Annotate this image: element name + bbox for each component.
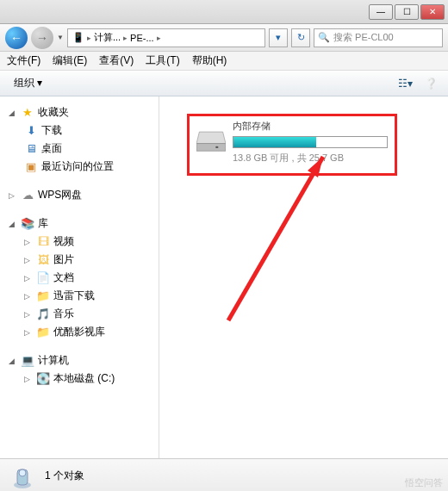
sidebar-label: 计算机 bbox=[38, 353, 69, 368]
svg-rect-1 bbox=[196, 144, 226, 152]
sidebar-recent[interactable]: ▣ 最近访问的位置 bbox=[3, 158, 155, 176]
picture-icon: 🖼 bbox=[36, 253, 50, 267]
menubar: 文件(F) 编辑(E) 查看(V) 工具(T) 帮助(H) bbox=[0, 52, 448, 71]
breadcrumb-segment[interactable]: 计算... bbox=[91, 31, 123, 44]
menu-help[interactable]: 帮助(H) bbox=[192, 53, 227, 68]
sidebar-desktop[interactable]: 🖥 桌面 bbox=[3, 140, 155, 158]
video-icon: 🎞 bbox=[36, 235, 50, 249]
sidebar-label: 本地磁盘 (C:) bbox=[53, 371, 115, 386]
sidebar-label: 音乐 bbox=[53, 307, 74, 321]
sidebar-youku[interactable]: ▷ 📁 优酷影视库 bbox=[3, 323, 155, 341]
device-icon: 📱 bbox=[70, 32, 87, 43]
expand-icon[interactable]: ▷ bbox=[24, 310, 33, 319]
svg-point-7 bbox=[19, 469, 26, 476]
sidebar-label: WPS网盘 bbox=[38, 188, 82, 202]
sidebar-label: 图片 bbox=[53, 252, 74, 267]
content-area: ◢ ★ 收藏夹 ⬇ 下载 🖥 桌面 ▣ 最近访问的位置 ▷ ☁ WPS网盘 bbox=[0, 96, 448, 458]
cloud-icon: ☁ bbox=[21, 189, 34, 202]
computer-icon: 💻 bbox=[21, 354, 34, 368]
sidebar-music[interactable]: ▷ 🎵 音乐 bbox=[3, 305, 155, 323]
help-button[interactable]: ❔ bbox=[420, 75, 441, 92]
nav-forward-button[interactable]: → bbox=[31, 27, 53, 49]
search-icon: 🔍 bbox=[318, 32, 330, 43]
sidebar-label: 视频 bbox=[53, 234, 74, 249]
recent-icon: ▣ bbox=[24, 160, 38, 174]
navbar: ← → ▼ 📱 ▸ 计算... ▸ PE-... ▸ ▾ ↻ 🔍 搜索 PE-C… bbox=[0, 24, 448, 52]
svg-point-2 bbox=[215, 146, 218, 148]
sidebar-label: 收藏夹 bbox=[38, 105, 69, 120]
sidebar-label: 文档 bbox=[53, 270, 74, 285]
close-button[interactable]: ✕ bbox=[420, 4, 445, 20]
toolbar: 组织 ▾ ☷▾ ❔ bbox=[0, 71, 448, 96]
chevron-right-icon: ▸ bbox=[157, 34, 161, 42]
music-icon: 🎵 bbox=[36, 308, 50, 321]
nav-history-dropdown[interactable]: ▼ bbox=[57, 34, 64, 41]
sidebar-label: 迅雷下载 bbox=[53, 289, 95, 303]
expand-icon[interactable]: ▷ bbox=[24, 292, 33, 301]
sidebar-downloads[interactable]: ⬇ 下载 bbox=[3, 121, 155, 140]
organize-button[interactable]: 组织 ▾ bbox=[7, 74, 49, 92]
menu-edit[interactable]: 编辑(E) bbox=[53, 53, 87, 68]
storage-title: 内部存储 bbox=[233, 120, 388, 133]
expand-icon[interactable]: ▷ bbox=[24, 238, 33, 246]
sidebar-label: 桌面 bbox=[41, 141, 62, 156]
storage-usage-bar bbox=[233, 136, 388, 148]
drive-icon: 💽 bbox=[36, 372, 50, 386]
collapse-icon[interactable]: ◢ bbox=[9, 220, 17, 228]
maximize-button[interactable]: ☐ bbox=[395, 4, 419, 20]
refresh-button[interactable]: ↻ bbox=[291, 28, 310, 47]
view-options-button[interactable]: ☷▾ bbox=[395, 75, 415, 92]
sidebar-libraries[interactable]: ◢ 📚 库 bbox=[3, 214, 155, 233]
svg-line-3 bbox=[228, 157, 323, 320]
statusbar: 1 个对象 bbox=[0, 458, 448, 491]
nav-back-button[interactable]: ← bbox=[5, 27, 28, 49]
sidebar: ◢ ★ 收藏夹 ⬇ 下载 🖥 桌面 ▣ 最近访问的位置 ▷ ☁ WPS网盘 bbox=[0, 96, 159, 458]
desktop-icon: 🖥 bbox=[24, 142, 38, 156]
breadcrumb-segment[interactable]: PE-... bbox=[128, 33, 157, 43]
expand-icon[interactable]: ▷ bbox=[9, 191, 17, 200]
sidebar-label: 库 bbox=[38, 216, 48, 231]
main-pane: 内部存储 13.8 GB 可用 , 共 25.7 GB bbox=[159, 96, 448, 458]
sidebar-label: 最近访问的位置 bbox=[41, 159, 114, 174]
status-text: 1 个对象 bbox=[45, 469, 84, 483]
menu-tools[interactable]: 工具(T) bbox=[146, 53, 179, 68]
search-placeholder: 搜索 PE-CL00 bbox=[333, 31, 394, 44]
download-icon: ⬇ bbox=[24, 124, 38, 138]
sidebar-wps[interactable]: ▷ ☁ WPS网盘 bbox=[3, 186, 155, 204]
minimize-button[interactable]: — bbox=[369, 4, 393, 20]
storage-usage-fill bbox=[233, 137, 316, 147]
collapse-icon[interactable]: ◢ bbox=[9, 357, 17, 365]
annotation-highlight: 内部存储 13.8 GB 可用 , 共 25.7 GB bbox=[187, 114, 397, 176]
storage-item[interactable]: 内部存储 13.8 GB 可用 , 共 25.7 GB bbox=[196, 120, 388, 165]
expand-icon[interactable]: ▷ bbox=[24, 328, 33, 337]
collapse-icon[interactable]: ◢ bbox=[9, 109, 17, 117]
expand-icon[interactable]: ▷ bbox=[24, 375, 33, 383]
refresh-button[interactable]: ▾ bbox=[269, 28, 288, 47]
sidebar-favorites[interactable]: ◢ ★ 收藏夹 bbox=[3, 103, 155, 121]
device-status-icon bbox=[9, 463, 36, 490]
document-icon: 📄 bbox=[36, 271, 50, 285]
sidebar-computer[interactable]: ◢ 💻 计算机 bbox=[3, 351, 155, 370]
storage-detail: 13.8 GB 可用 , 共 25.7 GB bbox=[233, 152, 388, 165]
sidebar-xunlei[interactable]: ▷ 📁 迅雷下载 bbox=[3, 287, 155, 305]
expand-icon[interactable]: ▷ bbox=[24, 274, 33, 283]
titlebar: — ☐ ✕ bbox=[0, 0, 448, 24]
internal-storage-icon bbox=[196, 127, 226, 158]
sidebar-label: 下载 bbox=[41, 123, 62, 138]
sidebar-drive-c[interactable]: ▷ 💽 本地磁盘 (C:) bbox=[3, 370, 155, 388]
sidebar-videos[interactable]: ▷ 🎞 视频 bbox=[3, 233, 155, 251]
search-input[interactable]: 🔍 搜索 PE-CL00 bbox=[314, 28, 443, 47]
library-icon: 📚 bbox=[21, 217, 34, 231]
address-bar[interactable]: 📱 ▸ 计算... ▸ PE-... ▸ bbox=[67, 28, 265, 47]
folder-icon: 📁 bbox=[36, 289, 50, 303]
folder-icon: 📁 bbox=[36, 326, 50, 339]
star-icon: ★ bbox=[21, 106, 34, 120]
sidebar-pictures[interactable]: ▷ 🖼 图片 bbox=[3, 251, 155, 269]
menu-file[interactable]: 文件(F) bbox=[7, 53, 40, 68]
expand-icon[interactable]: ▷ bbox=[24, 256, 33, 264]
menu-view[interactable]: 查看(V) bbox=[99, 53, 134, 68]
sidebar-documents[interactable]: ▷ 📄 文档 bbox=[3, 269, 155, 287]
sidebar-label: 优酷影视库 bbox=[53, 325, 105, 339]
svg-marker-0 bbox=[196, 132, 226, 144]
